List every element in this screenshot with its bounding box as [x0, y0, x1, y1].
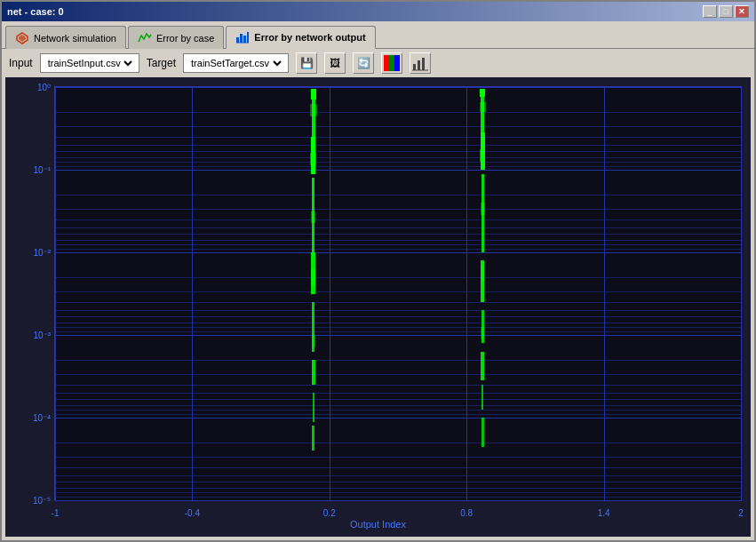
refresh-icon: 🔄	[357, 57, 370, 69]
svg-rect-2	[236, 37, 239, 43]
x-tick-label: 0.2	[323, 508, 336, 518]
color-icon	[384, 55, 400, 71]
error-network-icon	[235, 30, 250, 44]
maximize-button[interactable]: □	[719, 5, 733, 18]
x-axis-label: Output Index	[350, 519, 406, 530]
window-title: net - case: 0	[7, 6, 64, 17]
svg-marker-1	[19, 35, 26, 42]
bar-icon	[412, 55, 428, 71]
target-label: Target	[147, 57, 176, 69]
tab-error-by-network-output[interactable]: Error by network output	[226, 26, 375, 49]
image-button[interactable]: 🖼	[324, 52, 346, 74]
data-bar	[481, 203, 485, 215]
title-bar: net - case: 0 _ □ ✕	[2, 2, 754, 21]
data-bar	[481, 352, 483, 381]
tab-network-simulation[interactable]: Network simulation	[5, 26, 126, 49]
error-case-icon	[138, 31, 152, 45]
input-label: Input	[9, 57, 33, 69]
x-tick-label: 1.4	[598, 508, 610, 518]
x-tick-label: -0.4	[185, 508, 200, 518]
save-icon: 💾	[300, 57, 314, 69]
data-bar	[481, 418, 484, 447]
input-select-wrapper[interactable]: trainSetInput.csv	[40, 53, 139, 73]
svg-rect-4	[243, 36, 246, 43]
svg-rect-3	[240, 34, 243, 43]
tab-error-by-network-output-label: Error by network output	[254, 32, 365, 43]
x-tick-label: 2	[738, 508, 744, 518]
maximize-icon: □	[723, 7, 728, 16]
tab-error-by-case-label: Error by case	[156, 33, 214, 44]
svg-rect-11	[418, 60, 420, 70]
refresh-button[interactable]: 🔄	[353, 52, 374, 74]
chart-area: Absolute Relative Error Output Index 10⁰…	[5, 77, 751, 537]
color-button[interactable]	[381, 52, 402, 74]
data-bar	[310, 153, 316, 165]
bar-button[interactable]	[410, 52, 431, 74]
close-icon: ✕	[738, 7, 745, 16]
data-bar	[480, 102, 486, 112]
data-bar	[311, 211, 315, 224]
tab-network-simulation-label: Network simulation	[34, 33, 116, 44]
target-select-wrapper[interactable]: trainSetTarget.csv	[183, 53, 289, 73]
input-select[interactable]: trainSetInput.csv	[44, 57, 135, 69]
svg-rect-5	[247, 32, 249, 43]
x-tick-label: -1	[52, 508, 60, 518]
data-bar	[311, 89, 316, 100]
chart-plot: 10⁰10⁻¹10⁻²10⁻³10⁻⁴10⁻⁵-1-0.40.20.81.42	[54, 86, 742, 501]
data-bar	[481, 265, 484, 282]
data-bar	[312, 426, 314, 450]
main-window: net - case: 0 _ □ ✕ Network simulation	[0, 0, 756, 542]
svg-rect-8	[389, 55, 394, 71]
svg-rect-9	[394, 55, 400, 71]
y-tick-label: 10⁻¹	[11, 165, 51, 175]
image-icon: 🖼	[330, 57, 340, 69]
data-bar	[313, 393, 314, 422]
y-tick-label: 10⁻³	[11, 331, 51, 340]
data-bar	[311, 269, 315, 286]
tab-bar: Network simulation Error by case Error	[2, 21, 754, 48]
data-bar	[481, 327, 483, 339]
data-bar	[312, 360, 315, 385]
toolbar: Input trainSetInput.csv Target trainSetT…	[2, 48, 754, 77]
save-button[interactable]: 💾	[296, 52, 317, 74]
data-bar	[480, 89, 485, 97]
minimize-button[interactable]: _	[703, 5, 717, 18]
x-tick-label: 0.8	[460, 508, 473, 518]
data-bar	[310, 104, 317, 116]
data-bar	[312, 335, 315, 347]
svg-rect-12	[422, 58, 425, 70]
window-controls: _ □ ✕	[703, 5, 749, 18]
y-tick-label: 10⁻⁵	[11, 496, 51, 506]
y-tick-label: 10⁻²	[11, 248, 51, 258]
network-sim-icon	[15, 31, 29, 45]
close-button[interactable]: ✕	[735, 5, 749, 18]
y-tick-label: 10⁰	[11, 83, 51, 92]
target-select[interactable]: trainSetTarget.csv	[187, 57, 284, 69]
y-tick-label: 10⁻⁴	[11, 413, 51, 423]
svg-rect-7	[384, 55, 389, 71]
svg-rect-10	[413, 64, 416, 70]
minimize-icon: _	[707, 7, 712, 16]
data-bar	[481, 385, 483, 410]
data-bar	[480, 149, 485, 162]
tab-error-by-case[interactable]: Error by case	[128, 26, 224, 49]
